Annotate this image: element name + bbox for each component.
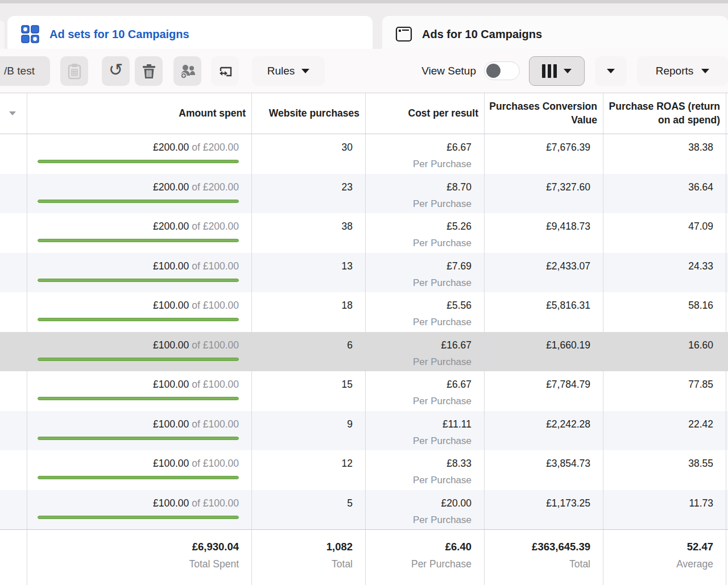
conversion-value-cell: £2,242.28 (485, 411, 603, 451)
spend-progress-bar (38, 358, 239, 361)
table-row[interactable]: £100.00of £100.00 18 £5.56 Per Purchase … (0, 292, 728, 332)
amount-budget-value: of £100.00 (192, 379, 239, 390)
columns-icon (542, 64, 557, 78)
amount-budget-value: of £200.00 (192, 142, 239, 153)
amount-spent-value: £100.00 (153, 300, 189, 311)
purchase-roas-cell: 24.33 (603, 253, 726, 293)
purchase-roas-cell: 22.42 (603, 411, 726, 451)
row-select-cell[interactable] (0, 371, 27, 411)
caret-down-icon (607, 69, 615, 73)
row-select-cell[interactable] (0, 292, 27, 332)
table-row[interactable]: £100.00of £100.00 13 £7.69 Per Purchase … (0, 253, 728, 293)
ab-test-button[interactable]: /B test (0, 56, 50, 86)
table-row[interactable]: £100.00of £100.00 6 £16.67 Per Purchase … (0, 332, 728, 372)
cost-per-result-cell: £7.69 Per Purchase (366, 253, 485, 293)
header-purchases-conversion-value[interactable]: Purchases Conversion Value (485, 93, 603, 134)
purchase-roas-cell: 58.16 (603, 292, 726, 332)
website-purchases-cell: 23 (252, 174, 366, 214)
spend-progress-track (38, 200, 239, 203)
header-select-column[interactable] (0, 93, 27, 134)
purchase-roas-cell: 11.73 (603, 490, 726, 530)
edit-placement-button[interactable] (211, 56, 239, 86)
tab-ad-sets[interactable]: Ad sets for 10 Campaigns (7, 16, 373, 52)
row-select-cell[interactable] (0, 134, 27, 174)
amount-spent-cell: £100.00of £100.00 (27, 450, 252, 490)
table-row[interactable]: £200.00of £200.00 23 £8.70 Per Purchase … (0, 174, 728, 214)
ads-window-icon (395, 25, 413, 43)
avg-cost-label: Per Purchase (376, 557, 471, 571)
amount-spent-cell: £100.00of £100.00 (27, 371, 252, 411)
amount-spent-value: £100.00 (153, 458, 189, 469)
row-select-cell[interactable] (0, 174, 27, 214)
rules-button[interactable]: Rules (252, 56, 325, 86)
table-row[interactable]: £200.00of £200.00 38 £5.26 Per Purchase … (0, 213, 728, 253)
conversion-value-cell: £1,660.19 (485, 332, 603, 372)
amount-spent-value: £100.00 (153, 339, 189, 351)
cost-per-result-unit: Per Purchase (376, 473, 471, 487)
tab-ads[interactable]: Ads for 10 Campaigns (382, 16, 728, 52)
spend-progress-track (38, 397, 239, 400)
spend-progress-track (38, 358, 239, 361)
amount-spent-cell: £100.00of £100.00 (27, 253, 252, 293)
reports-button[interactable]: Reports (637, 56, 728, 86)
header-cost-per-result[interactable]: Cost per result (366, 93, 485, 134)
cost-per-result-unit: Per Purchase (376, 434, 471, 448)
header-purchase-roas[interactable]: Purchase ROAS (return on ad spend) (603, 93, 726, 134)
amount-spent-cell: £200.00of £200.00 (27, 213, 252, 253)
total-purchases-value: 1,082 (326, 541, 353, 553)
undo-button[interactable]: ↺ (102, 56, 130, 86)
cost-per-result-cell: £8.70 Per Purchase (366, 174, 485, 214)
website-purchases-cell: 13 (252, 253, 366, 293)
audience-button[interactable] (173, 56, 201, 86)
footer-select-cell (0, 530, 27, 585)
spend-progress-bar (38, 437, 239, 440)
amount-spent-value: £200.00 (153, 181, 189, 193)
columns-button[interactable] (529, 56, 585, 86)
delete-button[interactable] (135, 56, 163, 86)
amount-budget-value: of £100.00 (192, 458, 239, 469)
ads-manager-app: Ad sets for 10 Campaigns Ads for 10 Camp… (0, 0, 728, 585)
footer-amount-cell: £6,930.04 Total Spent (27, 530, 252, 585)
table-row[interactable]: £100.00of £100.00 15 £6.67 Per Purchase … (0, 371, 728, 411)
total-purchases-label: Total (262, 557, 353, 571)
row-select-cell[interactable] (0, 253, 27, 293)
table-row[interactable]: £100.00of £100.00 9 £11.11 Per Purchase … (0, 411, 728, 451)
purchase-roas-cell: 47.09 (603, 213, 726, 253)
table-row[interactable]: £100.00of £100.00 5 £20.00 Per Purchase … (0, 490, 728, 530)
amount-spent-value: £100.00 (153, 418, 189, 430)
duplicate-button[interactable] (60, 56, 88, 86)
cost-per-result-cell: £5.56 Per Purchase (366, 292, 485, 332)
row-select-cell[interactable] (0, 450, 27, 490)
tab-ad-sets-label: Ad sets for 10 Campaigns (49, 28, 189, 41)
caret-down-icon (301, 69, 309, 73)
total-conversion-value: £363,645.39 (532, 541, 590, 553)
row-select-cell[interactable] (0, 213, 27, 253)
table-row[interactable]: £200.00of £200.00 30 £6.67 Per Purchase … (0, 134, 728, 174)
spend-progress-track (38, 279, 239, 282)
spend-progress-track (38, 239, 239, 242)
header-amount-spent[interactable]: Amount spent (27, 93, 252, 134)
partial-tab-left[interactable] (0, 20, 5, 52)
spend-progress-track (38, 437, 239, 440)
header-website-purchases[interactable]: Website purchases (252, 93, 366, 134)
cost-per-result-unit: Per Purchase (376, 394, 471, 408)
ad-sets-grid-icon (20, 24, 40, 44)
table-body: £200.00of £200.00 30 £6.67 Per Purchase … (0, 134, 728, 529)
embed-arrows-icon (217, 63, 234, 80)
avg-cost-value: £6.40 (445, 541, 471, 553)
cost-per-result-unit: Per Purchase (376, 355, 471, 369)
breakdown-button[interactable] (595, 56, 627, 86)
row-select-cell[interactable] (0, 332, 27, 372)
cost-per-result-cell: £6.67 Per Purchase (366, 371, 485, 411)
clipboard-icon (67, 63, 82, 80)
view-setup-toggle[interactable] (484, 61, 520, 80)
table-row[interactable]: £100.00of £100.00 12 £8.33 Per Purchase … (0, 450, 728, 490)
spend-progress-track (38, 476, 239, 479)
cost-per-result-value: £8.33 (446, 458, 471, 469)
amount-spent-cell: £100.00of £100.00 (27, 292, 252, 332)
purchase-roas-cell: 36.64 (603, 174, 726, 214)
row-select-cell[interactable] (0, 411, 27, 451)
amount-spent-cell: £100.00of £100.00 (27, 490, 252, 530)
amount-budget-value: of £200.00 (192, 221, 239, 232)
row-select-cell[interactable] (0, 490, 27, 530)
